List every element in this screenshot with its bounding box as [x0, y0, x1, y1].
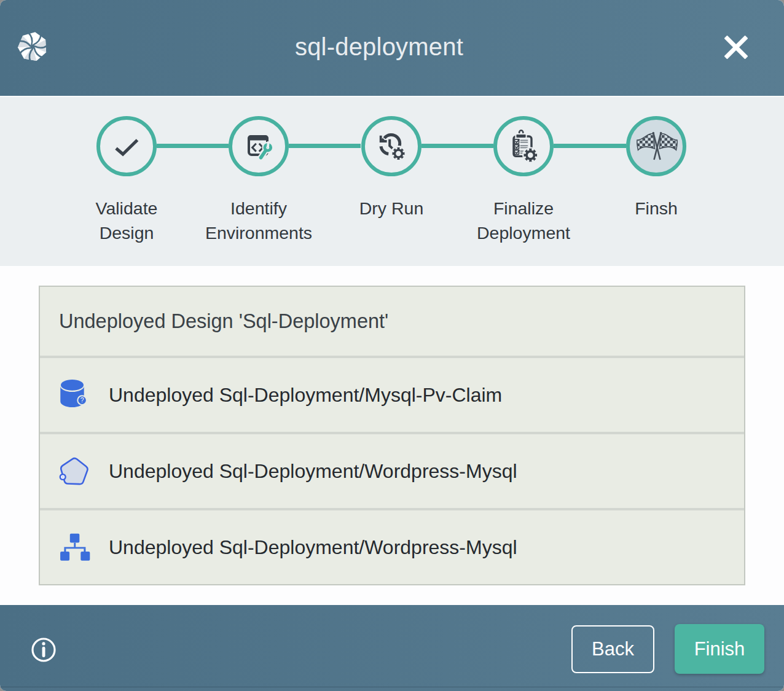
svg-text:?: ?: [80, 396, 84, 404]
